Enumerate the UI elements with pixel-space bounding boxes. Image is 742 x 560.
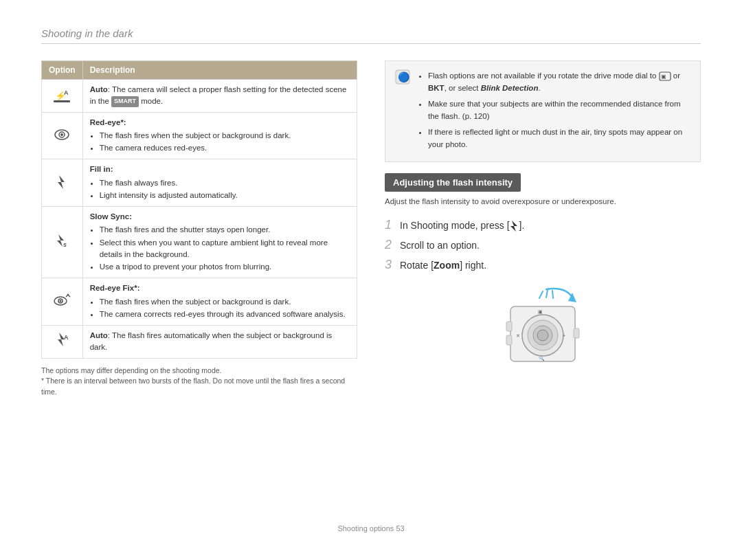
icon-cell-redeye [42, 112, 83, 159]
icon-cell-auto-dark: A [42, 326, 83, 359]
svg-text:▣: ▣ [538, 309, 543, 314]
desc-redeye-fix: Red-eye Fix*: The flash fires when the s… [82, 278, 357, 326]
icon-cell-fill [42, 159, 83, 207]
icon-cell-auto: ⚡ A [42, 80, 83, 113]
auto-flash-icon: ⚡ A [52, 85, 71, 104]
page-footer: Shooting options 53 [41, 517, 701, 533]
svg-rect-26 [506, 322, 512, 331]
table-row: Fill in: The flash always fires. Light i… [42, 159, 357, 207]
svg-point-32 [537, 330, 548, 341]
red-eye-fix-icon [52, 291, 71, 311]
dial-illustration: ▣ 🔍 ✕ + [385, 279, 701, 375]
section-title: Adjusting the flash intensity [385, 173, 521, 192]
desc-fill: Fill in: The flash always fires. Light i… [82, 159, 357, 207]
table-row: A Auto: The flash fires automatically wh… [42, 326, 357, 359]
svg-text:🔵: 🔵 [398, 71, 410, 83]
svg-text:▣: ▣ [661, 74, 666, 80]
col-header-option: Option [42, 61, 83, 80]
slow-sync-icon: s [52, 232, 71, 251]
svg-text:A: A [64, 334, 69, 341]
svg-line-22 [539, 291, 543, 298]
right-column: 🔵 Flash options are not available if you… [385, 60, 701, 517]
steps-list: 1 In Shooting mode, press []. 2 Scroll t… [385, 218, 701, 272]
table-row: ⚡ A Auto: The camera will select a prope… [42, 80, 357, 113]
icon-cell-slowsync: s [42, 207, 83, 278]
svg-point-5 [60, 133, 63, 136]
svg-point-11 [60, 300, 62, 302]
svg-line-24 [552, 291, 553, 298]
step-3: 3 Rotate [Zoom] right. [385, 258, 701, 272]
option-table: Option Description ⚡ A [41, 60, 357, 359]
svg-rect-27 [506, 335, 512, 345]
svg-marker-6 [58, 175, 65, 189]
svg-text:+: + [563, 333, 565, 338]
svg-line-23 [546, 290, 548, 298]
svg-text:s: s [63, 241, 67, 248]
col-header-description: Description [82, 61, 357, 80]
info-text: Flash options are not available if you r… [417, 69, 690, 153]
desc-slowsync: Slow Sync: The flash fires and the shutt… [82, 207, 357, 278]
icon-cell-redeye-fix [42, 278, 83, 326]
table-row: s Slow Sync: The flash fires and the shu… [42, 207, 357, 278]
info-icon: 🔵 [395, 69, 410, 85]
svg-marker-20 [510, 221, 517, 232]
svg-rect-28 [574, 328, 579, 338]
smart-badge: SMART [111, 96, 139, 107]
svg-text:🔍: 🔍 [539, 355, 545, 361]
svg-rect-2 [54, 100, 70, 102]
table-row: Red-eye Fix*: The flash fires when the s… [42, 278, 357, 326]
auto-dark-flash-icon: A [52, 331, 71, 350]
desc-auto-dark: Auto: The flash fires automatically when… [82, 326, 357, 359]
svg-text:✕: ✕ [516, 333, 520, 338]
info-box: 🔵 Flash options are not available if you… [385, 60, 701, 162]
red-eye-icon [52, 125, 71, 144]
flash-intensity-section: Adjusting the flash intensity Adjust the… [385, 173, 701, 375]
step-2: 2 Scroll to an option. [385, 238, 701, 252]
desc-redeye: Red-eye*: The flash fires when the subje… [82, 112, 357, 159]
left-column: Option Description ⚡ A [41, 60, 357, 517]
svg-text:A: A [64, 89, 69, 96]
dial-svg: ▣ 🔍 ✕ + [491, 279, 594, 375]
section-subtitle: Adjust the flash intensity to avoid over… [385, 196, 701, 208]
drive-mode-icon: ▣ [659, 71, 671, 81]
footnote-2: * There is an interval between two burst… [41, 376, 357, 398]
flash-button-icon [510, 220, 519, 232]
table-row: Red-eye*: The flash fires when the subje… [42, 112, 357, 159]
fill-flash-icon [52, 172, 71, 192]
page-title: Shooting in the dark [41, 27, 701, 44]
footnotes: The options may differ depending on the … [41, 366, 357, 398]
footnote-1: The options may differ depending on the … [41, 366, 357, 377]
desc-auto: Auto: The camera will select a proper fl… [82, 80, 357, 113]
step-1: 1 In Shooting mode, press []. [385, 218, 701, 232]
